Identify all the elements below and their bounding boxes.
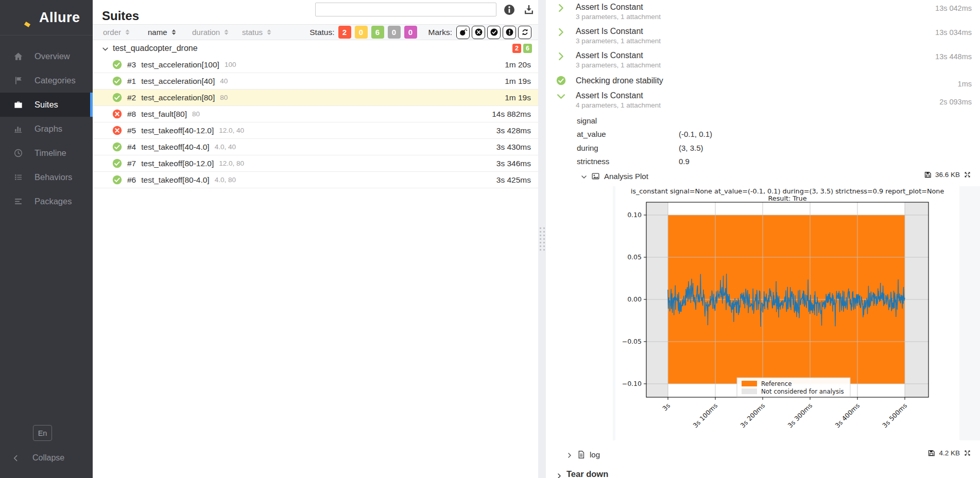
test-row[interactable]: #4test_takeoff[40-4.0]4.0, 403s 430ms	[93, 139, 538, 155]
step-name: Assert Is Constant	[576, 26, 910, 36]
bomb-icon	[459, 28, 468, 37]
test-row[interactable]: #1test_acceleration[40]401m 19s	[93, 73, 538, 90]
step-duration: 13s 448ms	[935, 52, 972, 61]
mark-toggle-known[interactable]	[487, 26, 501, 39]
sidebar-item-timeline[interactable]: Timeline	[0, 141, 93, 165]
check-circle-icon	[112, 76, 122, 86]
sidebar-item-label: Behaviors	[35, 172, 72, 182]
column-label: duration	[192, 28, 220, 37]
test-name: test_takeoff[40-4.0]	[141, 143, 209, 152]
test-params: 40	[220, 77, 228, 85]
svg-text:3s: 3s	[661, 402, 672, 413]
step-meta: 3 parameters, 1 attachment	[576, 13, 910, 21]
mark-toggle-retries[interactable]	[518, 26, 531, 39]
expand-icon[interactable]	[964, 171, 971, 179]
test-params: 12.0, 80	[219, 160, 244, 167]
info-button[interactable]	[503, 4, 515, 16]
mark-toggle-flaky[interactable]	[456, 26, 470, 39]
test-name: test_takeoff[40-12.0]	[141, 126, 214, 135]
x-circle-icon	[112, 109, 122, 119]
download-icon	[523, 4, 535, 16]
status-count-skipped[interactable]: 0	[388, 26, 401, 39]
save-icon[interactable]	[924, 171, 932, 179]
mark-toggle-muted[interactable]	[472, 26, 485, 39]
search-input[interactable]	[315, 3, 496, 16]
suite-failed-badge: 2	[512, 44, 521, 53]
step-row[interactable]: Assert Is Constant4 parameters, 1 attach…	[556, 88, 972, 113]
svg-text:3s 100ms: 3s 100ms	[691, 402, 719, 430]
sidebar-item-overview[interactable]: Overview	[0, 44, 93, 68]
status-count-unknown[interactable]: 0	[404, 26, 417, 39]
suite-row[interactable]: test_quadcopter_drone 2 6	[93, 40, 538, 57]
test-name: test_fault[80]	[141, 110, 187, 119]
test-row[interactable]: #5test_takeoff[40-12.0]12.0, 403s 428ms	[93, 122, 538, 139]
check-circle-icon	[112, 142, 122, 152]
parameter-name: strictness	[577, 157, 679, 166]
sidebar-nav: OverviewCategoriesSuitesGraphsTimelineBe…	[0, 44, 93, 214]
svg-text:3s 200ms: 3s 200ms	[738, 402, 766, 430]
step-meta: 3 parameters, 1 attachment	[576, 37, 910, 45]
sidebar-item-behaviors[interactable]: Behaviors	[0, 165, 93, 189]
test-row[interactable]: #7test_takeoff[80-12.0]12.0, 803s 346ms	[93, 155, 538, 172]
teardown-section[interactable]: Tear down	[556, 466, 972, 478]
test-params: 80	[220, 94, 228, 101]
collapse-button[interactable]: Collapse	[0, 453, 93, 478]
marks-label: Marks:	[428, 28, 453, 37]
test-name: test_takeoff[80-12.0]	[141, 159, 214, 168]
sort-header-status[interactable]: status	[242, 28, 272, 37]
test-row[interactable]: #6test_takeoff[80-4.0]4.0, 803s 425ms	[93, 172, 538, 188]
sidebar-item-categories[interactable]: Categories	[0, 68, 93, 93]
svg-text:−0.10: −0.10	[622, 380, 642, 387]
expand-icon[interactable]	[964, 449, 971, 457]
analysis-plot-figure: is_constant signal=None at_value=(-0.1, …	[615, 186, 959, 440]
test-duration: 14s 882ms	[492, 110, 531, 119]
sidebar-item-packages[interactable]: Packages	[0, 189, 93, 214]
step-row[interactable]: Checking drone stability1ms	[556, 73, 972, 88]
test-row[interactable]: #8test_fault[80]8014s 882ms	[93, 106, 538, 122]
step-duration: 13s 042ms	[935, 4, 972, 12]
check-circle-icon	[556, 76, 566, 85]
status-label: Status:	[310, 28, 334, 37]
circle-check-icon	[490, 28, 498, 37]
svg-text:3s 400ms: 3s 400ms	[833, 402, 861, 430]
svg-text:Not considered for analysis: Not considered for analysis	[761, 388, 844, 395]
circle-exclamation-icon	[505, 28, 514, 37]
sidebar-item-label: Categories	[35, 76, 76, 85]
analysis-plot-attachment-row[interactable]: Analysis Plot 36.6 KB	[581, 169, 972, 183]
status-count-passed[interactable]: 6	[371, 26, 384, 39]
panel-splitter[interactable]	[538, 0, 546, 478]
sort-header-name[interactable]: name	[148, 28, 192, 37]
refresh-icon	[521, 28, 529, 37]
brand-name: Allure	[39, 10, 80, 26]
log-attachment-row[interactable]: log 4.2 KB	[566, 448, 972, 461]
sidebar-item-suites[interactable]: Suites	[0, 93, 93, 117]
test-row[interactable]: #2test_acceleration[80]801m 19s	[93, 90, 538, 106]
sort-icon	[171, 28, 177, 36]
suite-passed-badge: 6	[523, 44, 532, 53]
mark-toggle-new[interactable]	[503, 26, 516, 39]
sidebar: Allure OverviewCategoriesSuitesGraphsTim…	[0, 0, 93, 478]
suites-tree: test_quadcopter_drone 2 6 #3test_acceler…	[93, 40, 538, 188]
allure-brand[interactable]: Allure	[0, 0, 93, 36]
step-name: Assert Is Constant	[576, 50, 910, 60]
save-icon[interactable]	[927, 449, 935, 457]
test-row[interactable]: #3test_acceleration[100]1001m 20s	[93, 57, 538, 73]
step-row[interactable]: Assert Is Constant3 parameters, 1 attach…	[556, 24, 972, 48]
sort-header-duration[interactable]: duration	[192, 28, 242, 37]
chevron-right-icon	[556, 51, 566, 61]
chevron-left-icon	[12, 454, 20, 462]
sort-icon	[266, 28, 272, 36]
circle-x-icon	[474, 28, 483, 37]
status-count-failed[interactable]: 2	[338, 26, 351, 39]
download-button[interactable]	[523, 4, 535, 16]
status-count-broken[interactable]: 0	[355, 26, 368, 39]
sidebar-item-graphs[interactable]: Graphs	[0, 117, 93, 141]
parameter-value: 0.9	[679, 157, 690, 166]
test-params: 12.0, 40	[219, 127, 244, 134]
language-button[interactable]: En	[33, 425, 52, 441]
test-detail-panel: Assert Is Constant3 parameters, 1 attach…	[546, 0, 980, 478]
test-order: #1	[127, 77, 136, 86]
step-row[interactable]: Assert Is Constant3 parameters, 1 attach…	[556, 48, 972, 73]
sort-header-order[interactable]: order	[103, 28, 148, 37]
step-row[interactable]: Assert Is Constant3 parameters, 1 attach…	[556, 0, 972, 24]
